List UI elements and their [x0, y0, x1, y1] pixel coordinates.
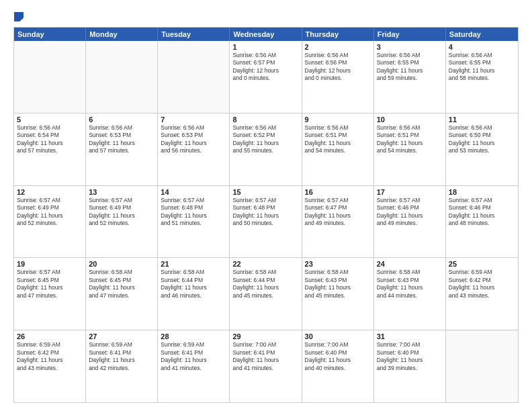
day-info: Sunrise: 6:59 AM Sunset: 6:41 PM Dayligh…: [161, 341, 226, 372]
day-number: 22: [232, 260, 298, 268]
day-cell-20: 20Sunrise: 6:58 AM Sunset: 6:45 PM Dayli…: [86, 258, 158, 330]
day-number: 23: [305, 260, 371, 268]
day-info: Sunrise: 6:59 AM Sunset: 6:41 PM Dayligh…: [89, 341, 154, 372]
day-cell-11: 11Sunrise: 6:56 AM Sunset: 6:50 PM Dayli…: [446, 113, 518, 185]
day-cell-21: 21Sunrise: 6:58 AM Sunset: 6:44 PM Dayli…: [158, 258, 230, 330]
day-cell-6: 6Sunrise: 6:56 AM Sunset: 6:53 PM Daylig…: [86, 113, 158, 185]
day-cell-28: 28Sunrise: 6:59 AM Sunset: 6:41 PM Dayli…: [158, 330, 230, 402]
day-info: Sunrise: 6:56 AM Sunset: 6:54 PM Dayligh…: [17, 124, 83, 155]
day-number: 16: [305, 188, 371, 196]
day-number: 3: [377, 43, 443, 51]
day-cell-26: 26Sunrise: 6:59 AM Sunset: 6:42 PM Dayli…: [14, 330, 86, 402]
day-info: Sunrise: 6:57 AM Sunset: 6:49 PM Dayligh…: [17, 197, 83, 228]
day-number: 2: [305, 43, 371, 51]
day-info: Sunrise: 6:57 AM Sunset: 6:46 PM Dayligh…: [449, 197, 515, 228]
day-info: Sunrise: 6:56 AM Sunset: 6:50 PM Dayligh…: [449, 124, 515, 155]
day-number: 17: [377, 188, 443, 196]
weekday-header-thursday: Thursday: [302, 28, 374, 41]
day-info: Sunrise: 6:58 AM Sunset: 6:43 PM Dayligh…: [377, 269, 443, 300]
day-number: 11: [449, 116, 515, 124]
day-info: Sunrise: 6:56 AM Sunset: 6:56 PM Dayligh…: [305, 52, 371, 83]
calendar-body: 1Sunrise: 6:56 AM Sunset: 6:57 PM Daylig…: [14, 41, 518, 402]
day-cell-empty-0-2: [158, 41, 230, 113]
day-number: 14: [161, 188, 226, 196]
day-cell-9: 9Sunrise: 6:56 AM Sunset: 6:51 PM Daylig…: [302, 113, 374, 185]
calendar-row-2: 12Sunrise: 6:57 AM Sunset: 6:49 PM Dayli…: [14, 185, 518, 258]
day-number: 19: [17, 260, 83, 268]
day-cell-empty-4-6: [446, 330, 518, 402]
day-info: Sunrise: 6:56 AM Sunset: 6:53 PM Dayligh…: [161, 124, 226, 155]
day-number: 20: [89, 260, 154, 268]
day-cell-1: 1Sunrise: 6:56 AM Sunset: 6:57 PM Daylig…: [230, 41, 302, 113]
day-cell-15: 15Sunrise: 6:57 AM Sunset: 6:48 PM Dayli…: [230, 186, 302, 258]
day-cell-12: 12Sunrise: 6:57 AM Sunset: 6:49 PM Dayli…: [14, 186, 86, 258]
day-cell-23: 23Sunrise: 6:58 AM Sunset: 6:43 PM Dayli…: [302, 258, 374, 330]
logo: [13, 12, 24, 21]
day-info: Sunrise: 6:59 AM Sunset: 6:42 PM Dayligh…: [17, 341, 83, 372]
day-cell-empty-0-0: [14, 41, 86, 113]
day-cell-27: 27Sunrise: 6:59 AM Sunset: 6:41 PM Dayli…: [86, 330, 158, 402]
day-number: 25: [449, 260, 515, 268]
day-number: 10: [377, 116, 443, 124]
weekday-header-tuesday: Tuesday: [158, 28, 230, 41]
weekday-header-friday: Friday: [374, 28, 446, 41]
page: SundayMondayTuesdayWednesdayThursdayFrid…: [0, 0, 532, 411]
day-info: Sunrise: 6:56 AM Sunset: 6:52 PM Dayligh…: [232, 124, 298, 155]
day-number: 18: [449, 188, 515, 196]
day-info: Sunrise: 6:56 AM Sunset: 6:51 PM Dayligh…: [377, 124, 443, 155]
day-number: 13: [89, 188, 154, 196]
day-number: 5: [17, 116, 83, 124]
day-info: Sunrise: 6:57 AM Sunset: 6:49 PM Dayligh…: [89, 197, 154, 228]
day-number: 26: [17, 332, 83, 340]
calendar-row-1: 5Sunrise: 6:56 AM Sunset: 6:54 PM Daylig…: [14, 113, 518, 185]
day-number: 31: [377, 332, 443, 340]
day-info: Sunrise: 7:00 AM Sunset: 6:40 PM Dayligh…: [377, 341, 443, 372]
day-cell-17: 17Sunrise: 6:57 AM Sunset: 6:46 PM Dayli…: [374, 186, 446, 258]
day-number: 28: [161, 332, 226, 340]
day-cell-30: 30Sunrise: 7:00 AM Sunset: 6:40 PM Dayli…: [302, 330, 374, 402]
day-cell-29: 29Sunrise: 7:00 AM Sunset: 6:41 PM Dayli…: [230, 330, 302, 402]
weekday-header-monday: Monday: [86, 28, 158, 41]
day-number: 15: [232, 188, 298, 196]
day-number: 1: [232, 43, 298, 51]
day-number: 9: [305, 116, 371, 124]
day-info: Sunrise: 6:58 AM Sunset: 6:44 PM Dayligh…: [232, 269, 298, 300]
day-info: Sunrise: 6:58 AM Sunset: 6:45 PM Dayligh…: [89, 269, 154, 300]
day-cell-25: 25Sunrise: 6:59 AM Sunset: 6:42 PM Dayli…: [446, 258, 518, 330]
calendar-header: SundayMondayTuesdayWednesdayThursdayFrid…: [14, 28, 518, 41]
weekday-header-saturday: Saturday: [446, 28, 518, 41]
logo-icon: [14, 12, 24, 21]
day-cell-4: 4Sunrise: 6:56 AM Sunset: 6:55 PM Daylig…: [446, 41, 518, 113]
day-number: 7: [161, 116, 226, 124]
day-cell-24: 24Sunrise: 6:58 AM Sunset: 6:43 PM Dayli…: [374, 258, 446, 330]
day-number: 24: [377, 260, 443, 268]
day-cell-22: 22Sunrise: 6:58 AM Sunset: 6:44 PM Dayli…: [230, 258, 302, 330]
day-cell-7: 7Sunrise: 6:56 AM Sunset: 6:53 PM Daylig…: [158, 113, 230, 185]
day-cell-18: 18Sunrise: 6:57 AM Sunset: 6:46 PM Dayli…: [446, 186, 518, 258]
day-cell-empty-0-1: [86, 41, 158, 113]
day-cell-10: 10Sunrise: 6:56 AM Sunset: 6:51 PM Dayli…: [374, 113, 446, 185]
day-cell-16: 16Sunrise: 6:57 AM Sunset: 6:47 PM Dayli…: [302, 186, 374, 258]
day-cell-2: 2Sunrise: 6:56 AM Sunset: 6:56 PM Daylig…: [302, 41, 374, 113]
day-info: Sunrise: 6:57 AM Sunset: 6:48 PM Dayligh…: [161, 197, 226, 228]
day-info: Sunrise: 7:00 AM Sunset: 6:41 PM Dayligh…: [232, 341, 298, 372]
day-number: 29: [232, 332, 298, 340]
header: [13, 12, 519, 21]
day-number: 6: [89, 116, 154, 124]
day-info: Sunrise: 6:58 AM Sunset: 6:44 PM Dayligh…: [161, 269, 226, 300]
day-info: Sunrise: 6:58 AM Sunset: 6:43 PM Dayligh…: [305, 269, 371, 300]
day-info: Sunrise: 6:57 AM Sunset: 6:48 PM Dayligh…: [232, 197, 298, 228]
day-cell-19: 19Sunrise: 6:57 AM Sunset: 6:45 PM Dayli…: [14, 258, 86, 330]
day-cell-13: 13Sunrise: 6:57 AM Sunset: 6:49 PM Dayli…: [86, 186, 158, 258]
day-info: Sunrise: 6:57 AM Sunset: 6:47 PM Dayligh…: [305, 197, 371, 228]
calendar: SundayMondayTuesdayWednesdayThursdayFrid…: [13, 27, 519, 403]
day-number: 30: [305, 332, 371, 340]
day-number: 12: [17, 188, 83, 196]
weekday-header-wednesday: Wednesday: [230, 28, 302, 41]
day-number: 4: [449, 43, 515, 51]
day-info: Sunrise: 7:00 AM Sunset: 6:40 PM Dayligh…: [305, 341, 371, 372]
day-info: Sunrise: 6:56 AM Sunset: 6:51 PM Dayligh…: [305, 124, 371, 155]
calendar-row-4: 26Sunrise: 6:59 AM Sunset: 6:42 PM Dayli…: [14, 330, 518, 402]
calendar-row-0: 1Sunrise: 6:56 AM Sunset: 6:57 PM Daylig…: [14, 41, 518, 113]
day-info: Sunrise: 6:57 AM Sunset: 6:46 PM Dayligh…: [377, 197, 443, 228]
